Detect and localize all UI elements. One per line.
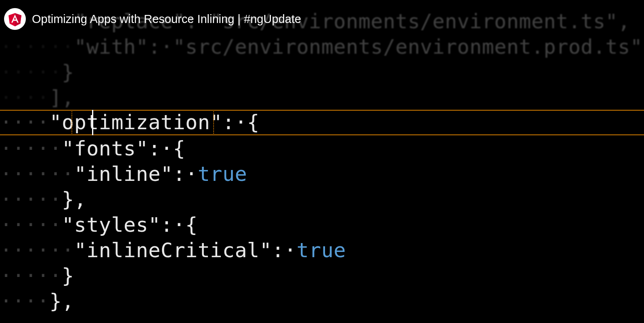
angular-logo-icon [4, 8, 26, 30]
code-line: ····], [0, 85, 644, 111]
code-line: ······"with":·"src/environments/environm… [0, 34, 644, 60]
text-cursor [92, 110, 93, 135]
code-line: ····}, [0, 289, 644, 314]
code-line-active: ····"optimization":·{ [0, 110, 644, 135]
code-line: ·····"fonts":·{ [0, 136, 644, 162]
code-editor[interactable]: ······"replace": "src/environments/envir… [0, 0, 644, 323]
video-title-text: Optimizing Apps with Resource Inlining |… [32, 13, 301, 26]
code-line: ·····} [0, 263, 644, 289]
selection-mark-left [71, 111, 72, 134]
code-line: ·····"styles":·{ [0, 212, 644, 238]
code-line: ·····}, [0, 187, 644, 212]
selection-mark-right [213, 111, 214, 134]
code-line: ······"inlineCritical":·true [0, 238, 644, 263]
code-line: ·····} [0, 60, 644, 85]
video-overlay-title: Optimizing Apps with Resource Inlining |… [4, 8, 301, 30]
code-line: ······"inline":·true [0, 162, 644, 187]
